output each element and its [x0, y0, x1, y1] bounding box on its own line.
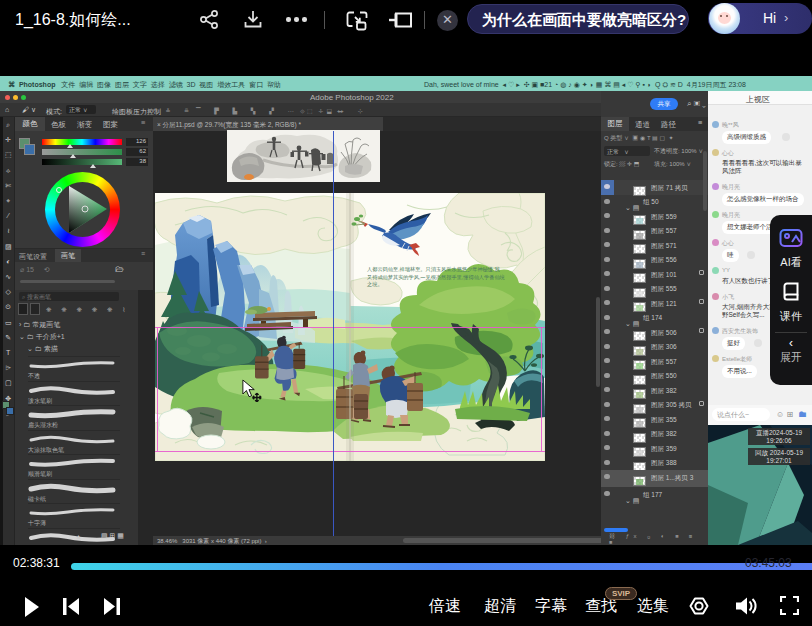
- svg-text:又待成仙梦其实的学风,一见很杰然报手里,懂得仙人学番仙境: 又待成仙梦其实的学风,一见很杰然报手里,懂得仙人学番仙境: [367, 274, 506, 281]
- svg-text:人都云鹤仙至,祥瑞林至。只消玉风采水悠悠少年神秘慢,我: 人都云鹤仙至,祥瑞林至。只消玉风采水悠悠少年神秘慢,我: [367, 266, 500, 273]
- svg-text:之境。: 之境。: [367, 281, 383, 288]
